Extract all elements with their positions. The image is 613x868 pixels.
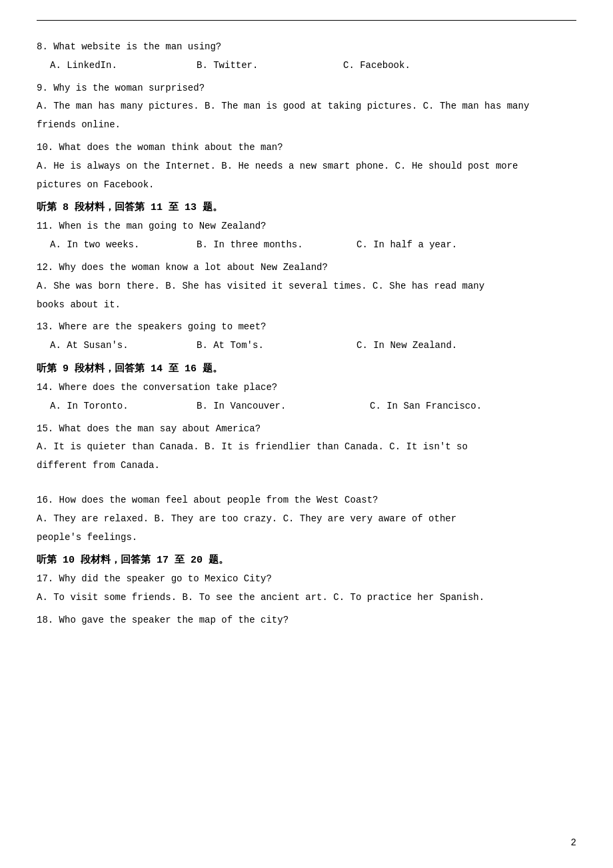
- question-12: 12. Why does the woman know a lot about …: [37, 260, 576, 313]
- top-divider: [37, 20, 576, 21]
- q11-option-c: C. In half a year.: [356, 237, 457, 253]
- q14-option-b: B. In Vancouver.: [197, 399, 370, 415]
- page-number: 2: [571, 837, 576, 848]
- q8-option-a: A. LinkedIn.: [50, 58, 197, 74]
- q10-options-line2: pictures on Facebook.: [37, 177, 576, 193]
- question-17: 17. Why did the speaker go to Mexico Cit…: [37, 571, 576, 606]
- section-10-header: 听第 10 段材料，回答第 17 至 20 题。: [37, 553, 576, 566]
- question-14: 14. Where does the conversation take pla…: [37, 380, 576, 415]
- q16-options-line2: people's feelings.: [37, 530, 576, 546]
- q15-text: 15. What does the man say about America?: [37, 421, 576, 437]
- q8-options: A. LinkedIn. B. Twitter. C. Facebook.: [37, 58, 576, 74]
- q15-options-line2: different from Canada.: [37, 458, 576, 474]
- q13-option-a: A. At Susan's.: [50, 338, 197, 354]
- q8-option-b: B. Twitter.: [197, 58, 343, 74]
- section-8-header: 听第 8 段材料，回答第 11 至 13 题。: [37, 201, 576, 213]
- q12-options-line1: A. She was born there. B. She has visite…: [37, 279, 576, 295]
- q10-options-line1: A. He is always on the Internet. B. He n…: [37, 159, 576, 175]
- q10-text: 10. What does the woman think about the …: [37, 140, 576, 156]
- question-16: 16. How does the woman feel about people…: [37, 493, 576, 545]
- q14-option-c: C. In San Francisco.: [370, 399, 482, 415]
- question-9: 9. Why is the woman surprised? A. The ma…: [37, 81, 576, 133]
- q9-options-line2: friends online.: [37, 117, 576, 133]
- section-9-header: 听第 9 段材料，回答第 14 至 16 题。: [37, 362, 576, 375]
- question-11: 11. When is the man going to New Zealand…: [37, 219, 576, 253]
- q16-text: 16. How does the woman feel about people…: [37, 493, 576, 509]
- question-13: 13. Where are the speakers going to meet…: [37, 319, 576, 354]
- q13-text: 13. Where are the speakers going to meet…: [37, 319, 576, 335]
- q11-option-a: A. In two weeks.: [50, 237, 197, 253]
- q8-text: 8. What website is the man using?: [37, 39, 576, 55]
- q14-options: A. In Toronto. B. In Vancouver. C. In Sa…: [37, 399, 576, 415]
- q9-options-line1: A. The man has many pictures. B. The man…: [37, 99, 576, 115]
- q15-options-line1: A. It is quieter than Canada. B. It is f…: [37, 439, 576, 455]
- q12-text: 12. Why does the woman know a lot about …: [37, 260, 576, 276]
- q18-text: 18. Who gave the speaker the map of the …: [37, 613, 576, 629]
- q16-options-line1: A. They are relaxed. B. They are too cra…: [37, 511, 576, 527]
- question-18: 18. Who gave the speaker the map of the …: [37, 613, 576, 629]
- q9-text: 9. Why is the woman surprised?: [37, 81, 576, 97]
- q13-option-c: C. In New Zealand.: [356, 338, 457, 354]
- q13-option-b: B. At Tom's.: [197, 338, 356, 354]
- q14-option-a: A. In Toronto.: [50, 399, 197, 415]
- q11-text: 11. When is the man going to New Zealand…: [37, 219, 576, 235]
- q13-options: A. At Susan's. B. At Tom's. C. In New Ze…: [37, 338, 576, 354]
- page-container: 8. What website is the man using? A. Lin…: [0, 0, 613, 868]
- q8-option-c: C. Facebook.: [343, 58, 410, 74]
- question-15: 15. What does the man say about America?…: [37, 421, 576, 474]
- question-10: 10. What does the woman think about the …: [37, 140, 576, 193]
- q11-options: A. In two weeks. B. In three months. C. …: [37, 237, 576, 253]
- question-8: 8. What website is the man using? A. Lin…: [37, 39, 576, 74]
- q17-options-line1: A. To visit some friends. B. To see the …: [37, 590, 576, 606]
- q14-text: 14. Where does the conversation take pla…: [37, 380, 576, 396]
- q11-option-b: B. In three months.: [197, 237, 356, 253]
- spacer-1: [37, 481, 576, 493]
- q17-text: 17. Why did the speaker go to Mexico Cit…: [37, 571, 576, 587]
- q12-options-line2: books about it.: [37, 297, 576, 313]
